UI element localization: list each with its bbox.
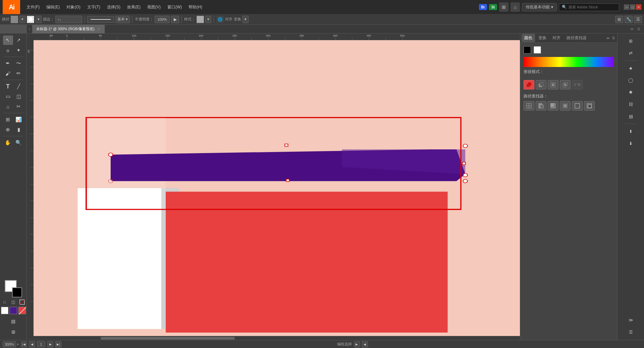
stock-button[interactable]: St (489, 4, 497, 10)
page-prev-start[interactable]: |◀ (21, 341, 27, 347)
panel-menu-btn[interactable]: ☰ (611, 36, 616, 41)
panel-expand-btn[interactable]: ≫ (605, 36, 610, 41)
warp-tool[interactable]: ⌂ (3, 102, 13, 111)
artboard-tool[interactable]: ⊞ (3, 115, 13, 124)
stroke-width-input[interactable]: ↑↓ (55, 16, 82, 23)
menu-edit[interactable]: 编辑(E) (44, 3, 62, 11)
bridge-button[interactable]: Br (479, 4, 487, 10)
minimize-button[interactable]: ─ (624, 4, 629, 10)
gradient-mode-btn[interactable]: ◫ (10, 298, 17, 306)
workspace-dropdown[interactable]: 传统基本功能 ▾ (522, 3, 557, 11)
maximize-button[interactable]: □ (630, 4, 635, 10)
magic-wand-tool[interactable]: ✦ (14, 46, 24, 55)
opacity-expand-btn[interactable]: ▶ (171, 16, 179, 23)
red-slash-swatch[interactable] (18, 307, 26, 314)
graph-tool[interactable]: 📊 (14, 115, 24, 124)
grid-icon-btn[interactable]: ⊞ (499, 2, 508, 12)
close-button[interactable]: ✕ (636, 4, 641, 10)
document-tab[interactable]: 未标题-1* @ 300% (RGB/像素预览) × (32, 25, 105, 33)
tab-close-btn[interactable]: × (97, 27, 101, 31)
none-mode-btn[interactable] (18, 298, 26, 306)
pencil-tool[interactable]: ✏ (14, 69, 24, 78)
menu-text[interactable]: 文字(T) (85, 3, 103, 11)
layers-panel-btn[interactable]: ⊞ (8, 327, 18, 337)
curvature-tool[interactable]: 〜 (14, 59, 24, 68)
stroke-style-dropdown[interactable]: 基本 ▾ (115, 16, 130, 23)
rectangle-tool[interactable]: ▭ (3, 92, 13, 101)
tabs-left-arrow[interactable]: ‹ (27, 25, 32, 33)
pathfinder-tab[interactable]: 路径查找器 (564, 34, 589, 42)
style-swatch[interactable] (197, 16, 204, 23)
trim-btn[interactable] (536, 101, 546, 111)
tab-menu-btn[interactable]: ☰ (636, 26, 641, 32)
black-swatch-panel[interactable] (524, 46, 531, 54)
text-tool[interactable]: T (3, 82, 13, 91)
more-options-btn[interactable]: ☰ (634, 16, 642, 23)
scissors-tool[interactable]: ✂ (14, 102, 24, 111)
paintbrush-tool[interactable]: 🖌 (3, 69, 13, 78)
fill-color-swatch[interactable] (11, 16, 18, 23)
menu-window[interactable]: 窗口(W) (165, 3, 184, 11)
zoom-input[interactable] (3, 341, 16, 347)
layer-icon[interactable]: ▤ (8, 317, 18, 326)
merge-btn[interactable] (548, 101, 558, 111)
panels-toggle-btn[interactable]: ⊞ (615, 16, 623, 23)
lasso-tool[interactable]: ⌾ (3, 46, 13, 55)
zoom-tool[interactable]: 🔍 (14, 138, 24, 147)
menu-file[interactable]: 文件(F) (24, 3, 42, 11)
style-dropdown[interactable]: ▾ (205, 16, 211, 23)
upload-right-btn[interactable]: ⬆ (625, 126, 637, 137)
swap-right-btn[interactable]: ⇄ (625, 48, 637, 58)
transform-tab[interactable]: 变换 (536, 34, 549, 42)
color-gradient-bar[interactable] (524, 57, 614, 67)
white-swatch-panel[interactable] (534, 46, 541, 54)
crop-btn[interactable] (560, 101, 571, 111)
normal-mode-btn[interactable]: □ (1, 298, 8, 306)
status-stop-btn[interactable]: ◀ (362, 341, 368, 347)
color-tab[interactable]: 颜色 (522, 34, 535, 42)
intersect-btn[interactable] (548, 80, 558, 89)
layers-right-btn[interactable]: ▤ (625, 111, 637, 122)
minus-back-btn[interactable] (584, 101, 595, 111)
right-expand-btn[interactable]: ≫ (625, 315, 637, 325)
page-next-end[interactable]: ▶| (55, 341, 61, 347)
divide-btn[interactable] (524, 101, 534, 111)
stroke-swatch[interactable] (12, 287, 22, 297)
symbol-tool[interactable]: ⊕ (3, 125, 13, 134)
grid-right-btn[interactable]: ⊞ (625, 36, 637, 46)
circle-right-btn[interactable]: ◯ (625, 75, 637, 85)
status-play-btn[interactable]: ▶ (354, 341, 360, 347)
opacity-input[interactable] (155, 16, 170, 23)
purple-swatch[interactable] (10, 307, 17, 314)
menu-effect[interactable]: 效果(E) (125, 3, 143, 11)
expand-btn[interactable]: 扩展 (572, 80, 583, 89)
minus-front-btn[interactable] (536, 80, 546, 89)
link-right-btn[interactable]: ⛓ (625, 99, 637, 110)
transform-more-btn[interactable]: ▾ (243, 16, 249, 23)
right-collapse-btn[interactable]: ☰ (625, 327, 637, 337)
column-graph-tool[interactable]: ▮ (14, 125, 24, 134)
white-swatch[interactable] (1, 307, 8, 314)
pen-tool[interactable]: ✒ (3, 59, 13, 68)
menu-select[interactable]: 选择(S) (105, 3, 123, 11)
outline-btn[interactable] (572, 101, 583, 111)
tab-arrange-btn[interactable]: ≫ (629, 26, 635, 32)
share-icon-btn[interactable]: ⌂ (511, 2, 520, 12)
line-tool[interactable]: ╱ (14, 82, 24, 91)
align-tab[interactable]: 对齐 (550, 34, 563, 42)
selection-tool[interactable]: ↖ (3, 36, 13, 45)
menu-object[interactable]: 对象(O) (64, 3, 83, 11)
page-prev[interactable]: ◀ (29, 341, 35, 347)
menu-view[interactable]: 视图(V) (145, 3, 163, 11)
exclude-btn[interactable] (560, 80, 571, 89)
menu-help[interactable]: 帮助(H) (186, 3, 205, 11)
clubs-right-btn[interactable]: ♣ (625, 63, 637, 73)
stock-search-bar[interactable]: 🔍 搜索 Adobe Stock (559, 3, 619, 11)
stroke-dropdown[interactable]: ▾ (36, 16, 42, 23)
unite-btn[interactable] (524, 80, 534, 89)
direct-selection-tool[interactable]: ↗ (14, 36, 24, 45)
download-right-btn[interactable]: ⬇ (625, 138, 637, 149)
eraser-tool[interactable]: ◫ (14, 92, 24, 101)
globe-icon-btn[interactable]: 🌐 (216, 16, 224, 23)
sun-right-btn[interactable]: ✺ (625, 87, 637, 97)
